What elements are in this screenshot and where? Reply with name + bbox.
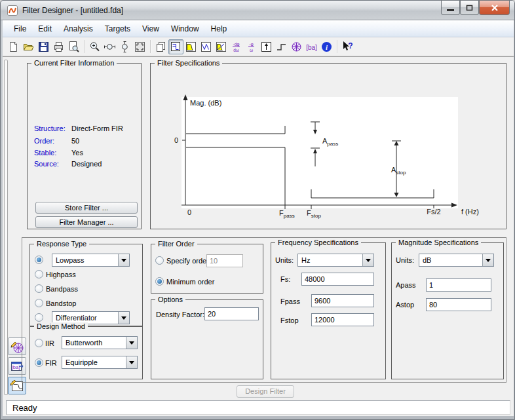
diagram-xlabel: f (Hz) (461, 208, 479, 216)
bandstop-radio[interactable] (35, 299, 43, 307)
help-glyph: ? (348, 41, 353, 50)
magnitude-phase-response-icon[interactable] (214, 39, 229, 54)
freq-units-dropdown[interactable]: Hz (297, 254, 374, 267)
astop-input[interactable] (426, 298, 491, 311)
panel-title: Options (155, 296, 185, 303)
minimize-button[interactable] (441, 1, 460, 15)
differentiator-radio[interactable] (35, 313, 43, 322)
order-value: 50 (71, 137, 79, 145)
diagram-fpass-label: Fpass (279, 209, 295, 219)
iir-dropdown-value: Butterworth (66, 339, 102, 347)
design-filter-button: Design Filter (237, 385, 294, 398)
titlebar[interactable]: Filter Designer - [untitled.fda] (1, 1, 515, 20)
menu-view[interactable]: View (136, 21, 165, 37)
menu-window[interactable]: Window (165, 21, 205, 37)
toolbar-separator (150, 40, 151, 53)
fs-label: Fs: (280, 275, 290, 283)
differentiator-dropdown-value: Differentiator (56, 314, 97, 322)
statusbar: Ready (3, 399, 514, 416)
print-preview-icon[interactable] (66, 39, 81, 54)
phase-delay-icon[interactable]: -φω (244, 39, 259, 54)
astop-label: Astop (396, 301, 414, 309)
panel-title: Magnitude Specifications (396, 239, 481, 246)
full-view-icon[interactable] (132, 39, 147, 54)
filter-designer-window: Filter Designer - [untitled.fda] File Ed… (0, 0, 515, 420)
mag-units-dropdown[interactable]: dB (419, 254, 494, 267)
zoom-y-icon[interactable] (117, 39, 132, 54)
step-response-icon[interactable] (274, 39, 289, 54)
current-filter-information-panel: Current Filter Information Structure: Di… (27, 63, 142, 229)
filter-information-icon[interactable]: i (319, 39, 334, 54)
fir-label: FIR (45, 359, 57, 367)
close-button[interactable] (479, 1, 510, 15)
zoom-in-icon[interactable] (87, 39, 102, 54)
menu-file[interactable]: File (8, 21, 32, 37)
apass-label: Apass (396, 281, 416, 289)
fir-dropdown[interactable]: Equiripple (62, 356, 138, 369)
iir-dropdown[interactable]: Butterworth (62, 336, 138, 349)
iir-radio[interactable] (35, 339, 43, 347)
new-icon[interactable] (6, 39, 21, 54)
fpass-input[interactable] (311, 294, 374, 307)
stable-label: Stable: (34, 149, 56, 157)
window-title: Filter Designer - [untitled.fda] (22, 6, 123, 15)
source-value: Designed (71, 160, 102, 168)
specify-order-radio[interactable] (155, 256, 164, 265)
minimum-order-radio[interactable] (155, 277, 164, 286)
menu-edit[interactable]: Edit (32, 21, 58, 37)
fir-dropdown-value: Equiripple (66, 358, 98, 366)
zoom-x-icon[interactable] (102, 39, 117, 54)
panel-title: Design Method (34, 322, 88, 330)
filter-coefficients-icon[interactable]: [ba] (304, 39, 319, 54)
density-factor-input[interactable] (204, 307, 259, 320)
phase-response-icon[interactable] (199, 39, 214, 54)
status-field: Ready (6, 400, 510, 415)
apass-input[interactable] (426, 278, 491, 292)
fpass-label: Fpass (280, 297, 300, 305)
bandpass-label: Bandpass (46, 285, 78, 293)
minimize-icon (447, 9, 454, 11)
fstop-input[interactable] (311, 313, 374, 326)
filter-specifications-panel: Filter Specifications Mag. (dB) f (Hz) 0… (150, 63, 506, 229)
toolbar-separator (337, 40, 337, 53)
print-to-figure-icon[interactable] (153, 39, 168, 54)
main-content: [ba] Current Filter Information Structur… (3, 56, 514, 399)
panel-title: Frequency Specifications (275, 239, 361, 246)
restore-button[interactable] (460, 1, 479, 15)
lowpass-dropdown-value: Lowpass (56, 256, 84, 264)
pole-zero-plot-icon[interactable] (289, 39, 304, 54)
group-delay-icon[interactable]: -dφdω (229, 39, 244, 54)
menubar: File Edit Analysis Targets View Window H… (3, 20, 514, 37)
print-icon[interactable] (51, 39, 66, 54)
lowpass-dropdown[interactable]: Lowpass (52, 254, 130, 267)
bandpass-radio[interactable] (35, 284, 43, 293)
highpass-label: Highpass (46, 271, 76, 278)
magnitude-response-icon[interactable] (183, 39, 199, 54)
highpass-radio[interactable] (35, 270, 43, 278)
order-label: Order: (34, 137, 54, 145)
save-icon[interactable] (36, 39, 51, 54)
response-type-panel: Response Type Lowpass Highpass Bandpass … (29, 244, 143, 326)
structure-label: Structure: (34, 124, 66, 132)
menu-analysis[interactable]: Analysis (58, 21, 99, 37)
context-help-icon[interactable]: ? (340, 39, 355, 54)
fir-radio[interactable] (35, 358, 43, 367)
store-filter-button[interactable]: Store Filter ... (35, 202, 138, 214)
chevron-down-icon (362, 254, 373, 266)
lowpass-radio[interactable] (35, 256, 43, 264)
menu-help[interactable]: Help (205, 21, 233, 37)
ba-glyph: [ba] (12, 364, 20, 370)
group-delay-glyph-bottom: dω (233, 47, 239, 52)
density-factor-label: Density Factor: (156, 311, 204, 318)
filter-specifications-icon[interactable] (168, 39, 183, 54)
fs-input[interactable] (301, 273, 374, 286)
source-label: Source: (34, 160, 59, 168)
filter-manager-button[interactable]: Filter Manager ... (35, 216, 138, 228)
open-icon[interactable] (21, 39, 36, 54)
toolbar-separator (84, 40, 85, 53)
diagram-zero-x: 0 (187, 208, 191, 216)
app-icon (7, 5, 18, 16)
menu-targets[interactable]: Targets (99, 21, 136, 37)
design-method-panel: Design Method IIR Butterworth FIR Equiri… (29, 326, 143, 379)
impulse-response-icon[interactable] (259, 39, 274, 54)
